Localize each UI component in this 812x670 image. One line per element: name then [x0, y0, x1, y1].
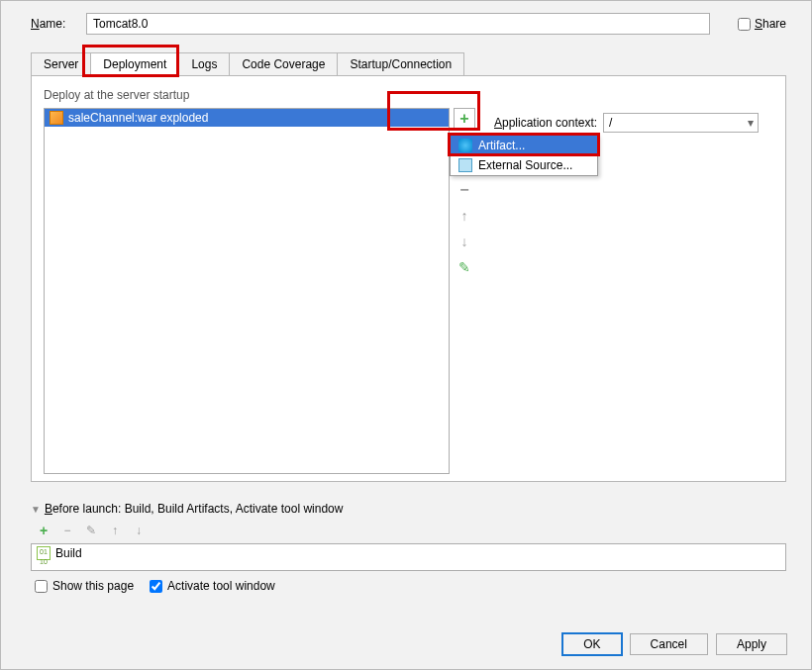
tabs-area: Server Deployment Logs Code Coverage Sta…	[31, 52, 786, 482]
war-exploded-icon	[50, 111, 63, 125]
tabs: Server Deployment Logs Code Coverage Sta…	[31, 52, 786, 76]
plus-icon: +	[459, 110, 468, 128]
name-input[interactable]	[86, 13, 710, 35]
before-launch-title: Before launch: Build, Build Artifacts, A…	[45, 502, 344, 516]
arrow-down-icon: ↓	[461, 234, 468, 249]
activate-window-wrap[interactable]: Activate tool window	[150, 579, 275, 593]
collapse-icon: ▼	[31, 504, 41, 515]
minus-icon: −	[459, 181, 468, 199]
ok-button[interactable]: OK	[562, 633, 621, 655]
edit-button[interactable]: ✎	[454, 256, 475, 278]
popup-artifact[interactable]: Artifact...	[451, 136, 597, 155]
share-checkbox-wrap[interactable]: Share	[738, 17, 786, 31]
before-launch-list[interactable]: 0110 Build	[31, 543, 786, 571]
apply-button[interactable]: Apply	[716, 633, 787, 655]
deploy-item[interactable]: saleChannel:war exploded	[45, 109, 449, 127]
activate-window-label: Activate tool window	[167, 579, 275, 593]
name-label: Name:	[31, 17, 78, 31]
build-icon: 0110	[37, 546, 51, 560]
add-popup-menu[interactable]: Artifact... External Source...	[450, 135, 598, 176]
remove-button[interactable]: −	[454, 179, 475, 201]
show-page-label: Show this page	[52, 579, 134, 593]
before-launch-header[interactable]: ▼ Before launch: Build, Build Artifacts,…	[31, 502, 786, 516]
context-label: Application context:	[494, 116, 597, 130]
dialog-buttons: OK Cancel Apply	[562, 633, 787, 655]
arrow-up-icon: ↑	[461, 208, 468, 224]
deploy-area: saleChannel:war exploded + Artifact...	[44, 108, 773, 474]
context-value: /	[609, 116, 612, 130]
deploy-buttons: + Artifact... External Source...	[450, 108, 479, 474]
artifact-icon	[458, 139, 472, 152]
deployment-panel: Deploy at the server startup saleChannel…	[31, 76, 786, 482]
pencil-icon: ✎	[458, 259, 470, 275]
tab-logs[interactable]: Logs	[178, 52, 230, 75]
bl-add-button[interactable]: +	[35, 522, 52, 539]
tab-code-coverage[interactable]: Code Coverage	[229, 52, 338, 75]
external-source-icon	[458, 158, 472, 172]
cancel-button[interactable]: Cancel	[630, 633, 708, 655]
share-checkbox[interactable]	[738, 18, 751, 31]
add-button[interactable]: +	[454, 108, 475, 130]
deploy-item-label: saleChannel:war exploded	[68, 111, 208, 125]
bl-item-label: Build	[55, 546, 82, 560]
popup-external-source[interactable]: External Source...	[451, 155, 597, 175]
show-page-checkbox[interactable]	[35, 580, 48, 593]
deploy-header: Deploy at the server startup	[44, 88, 773, 102]
before-launch-section: ▼ Before launch: Build, Build Artifacts,…	[31, 502, 786, 593]
footer-checks: Show this page Activate tool window	[31, 579, 786, 593]
activate-window-checkbox[interactable]	[150, 580, 162, 593]
share-label: Share	[755, 17, 786, 31]
popup-artifact-label: Artifact...	[478, 139, 525, 152]
before-launch-toolbar: + − ✎ ↑ ↓	[31, 522, 786, 539]
show-page-wrap[interactable]: Show this page	[35, 579, 134, 593]
bl-up-button[interactable]: ↑	[106, 522, 124, 539]
context-select[interactable]: /	[603, 113, 759, 133]
bl-down-button[interactable]: ↓	[130, 522, 148, 539]
popup-external-label: External Source...	[478, 158, 572, 172]
move-up-button[interactable]: ↑	[454, 205, 475, 227]
bl-item-build[interactable]: 0110 Build	[32, 544, 785, 562]
tab-deployment[interactable]: Deployment	[90, 52, 179, 76]
deploy-list[interactable]: saleChannel:war exploded	[44, 108, 450, 474]
move-down-button[interactable]: ↓	[454, 231, 475, 252]
run-config-dialog: Name: Share Server Deployment Logs Code …	[0, 0, 812, 670]
tab-server[interactable]: Server	[31, 52, 91, 75]
context-row: Application context: /	[494, 113, 759, 133]
name-row: Name: Share	[31, 13, 786, 35]
tab-startup-connection[interactable]: Startup/Connection	[337, 52, 464, 75]
bl-remove-button[interactable]: −	[58, 522, 76, 539]
bl-edit-button[interactable]: ✎	[82, 522, 100, 539]
